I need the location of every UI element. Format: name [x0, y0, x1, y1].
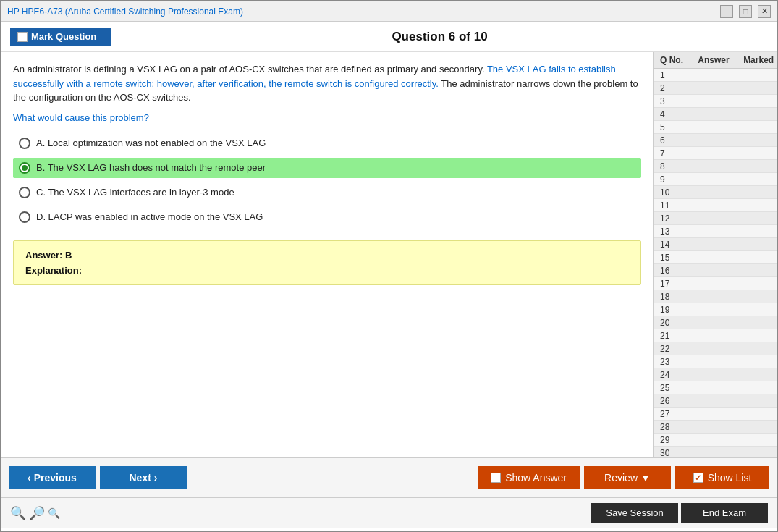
- header-row: Mark Question Question 6 of 10: [1, 22, 777, 52]
- side-row-qno: 13: [654, 227, 687, 237]
- side-row[interactable]: 4: [654, 108, 777, 121]
- show-list-button[interactable]: ✓ Show List: [675, 466, 769, 489]
- side-row[interactable]: 18: [654, 290, 777, 303]
- side-row[interactable]: 1: [654, 69, 777, 82]
- side-row-qno: 2: [654, 83, 687, 93]
- main-area: An administrator is defining a VSX LAG o…: [1, 52, 777, 457]
- side-row[interactable]: 12: [654, 212, 777, 225]
- side-row[interactable]: 3: [654, 95, 777, 108]
- side-row[interactable]: 11: [654, 199, 777, 212]
- side-row[interactable]: 22: [654, 342, 777, 355]
- side-row[interactable]: 16: [654, 264, 777, 277]
- next-button[interactable]: Next ›: [100, 466, 187, 489]
- side-row-qno: 20: [654, 318, 687, 328]
- side-row[interactable]: 23: [654, 355, 777, 368]
- side-row[interactable]: 5: [654, 121, 777, 134]
- zoom-in-button[interactable]: 🔍: [48, 507, 60, 519]
- side-row-qno: 18: [654, 292, 687, 302]
- side-row-qno: 4: [654, 109, 687, 119]
- option-c-text: C. The VSX LAG interfaces are in layer-3…: [36, 187, 234, 198]
- radio-a: [19, 138, 30, 149]
- side-row[interactable]: 15: [654, 251, 777, 264]
- option-a[interactable]: A. Local optimization was not enabled on…: [13, 133, 641, 153]
- review-button[interactable]: Review ▼: [584, 466, 671, 489]
- side-row[interactable]: 26: [654, 394, 777, 408]
- side-row[interactable]: 9: [654, 173, 777, 186]
- side-row-qno: 25: [654, 383, 687, 393]
- side-row[interactable]: 30: [654, 447, 777, 457]
- side-row[interactable]: 10: [654, 186, 777, 199]
- side-row[interactable]: 8: [654, 160, 777, 173]
- zoom-out-button[interactable]: 🔍: [10, 505, 26, 521]
- radio-b: [19, 162, 30, 174]
- side-row[interactable]: 28: [654, 421, 777, 434]
- previous-label: Previous: [34, 472, 77, 484]
- col-answer-header: Answer: [687, 55, 741, 65]
- show-list-checkbox-icon: ✓: [693, 473, 703, 483]
- answer-label: Answer: B: [25, 250, 629, 261]
- option-a-text: A. Local optimization was not enabled on…: [36, 138, 266, 148]
- side-row[interactable]: 24: [654, 368, 777, 381]
- explanation-label: Explanation:: [25, 265, 629, 276]
- review-label: Review: [604, 472, 638, 484]
- side-row[interactable]: 20: [654, 316, 777, 329]
- zoom-reset-button[interactable]: 🔎: [29, 505, 45, 521]
- show-list-label: Show List: [708, 472, 752, 484]
- side-row-qno: 17: [654, 279, 687, 289]
- show-answer-button[interactable]: Show Answer: [478, 466, 580, 489]
- side-row-qno: 26: [654, 396, 687, 406]
- window-title: HP HPE6-A73 (Aruba Certified Switching P…: [7, 7, 243, 17]
- side-row-qno: 21: [654, 331, 687, 341]
- side-row-qno: 5: [654, 122, 687, 132]
- save-session-button[interactable]: Save Session: [591, 503, 678, 523]
- side-row-qno: 1: [654, 70, 687, 80]
- option-b[interactable]: B. The VSX LAG hash does not match the r…: [13, 158, 641, 178]
- side-row-qno: 7: [654, 148, 687, 159]
- side-row-qno: 30: [654, 448, 687, 458]
- side-row[interactable]: 21: [654, 329, 777, 342]
- side-row-qno: 28: [654, 422, 687, 432]
- minimize-button[interactable]: −: [720, 5, 733, 18]
- side-row-qno: 10: [654, 187, 687, 198]
- side-row[interactable]: 14: [654, 238, 777, 251]
- side-row[interactable]: 25: [654, 381, 777, 394]
- side-row[interactable]: 17: [654, 277, 777, 290]
- zoom-controls: 🔍 🔎 🔍: [10, 505, 60, 521]
- side-row-qno: 15: [654, 253, 687, 263]
- side-row[interactable]: 7: [654, 147, 777, 160]
- option-d[interactable]: D. LACP was enabled in active mode on th…: [13, 207, 641, 227]
- mark-question-label: Mark Question: [31, 31, 96, 42]
- question-title: Question 6 of 10: [111, 30, 768, 44]
- side-row[interactable]: 6: [654, 134, 777, 147]
- side-row-qno: 12: [654, 214, 687, 224]
- show-answer-label: Show Answer: [505, 472, 567, 484]
- side-row-qno: 9: [654, 174, 687, 185]
- bottom-bottom: 🔍 🔎 🔍 Save Session End Exam: [1, 497, 777, 528]
- side-row[interactable]: 27: [654, 408, 777, 421]
- mark-checkbox-icon: [17, 32, 28, 42]
- session-end-buttons: Save Session End Exam: [591, 503, 768, 523]
- side-row-qno: 27: [654, 409, 687, 419]
- radio-c: [19, 187, 30, 198]
- side-row-qno: 8: [654, 161, 687, 172]
- side-row-qno: 6: [654, 135, 687, 145]
- side-row[interactable]: 29: [654, 434, 777, 447]
- bottom-toolbar: ‹ Previous Next › Show Answer Review ▼ ✓…: [1, 457, 777, 497]
- previous-button[interactable]: ‹ Previous: [9, 466, 96, 489]
- side-row[interactable]: 13: [654, 225, 777, 238]
- col-qno-header: Q No.: [654, 55, 687, 65]
- option-c[interactable]: C. The VSX LAG interfaces are in layer-3…: [13, 182, 641, 203]
- side-row-qno: 11: [654, 200, 687, 211]
- next-label: Next: [129, 472, 151, 484]
- side-row-qno: 14: [654, 240, 687, 250]
- side-row[interactable]: 2: [654, 82, 777, 95]
- prev-chevron-icon: ‹: [28, 472, 31, 484]
- close-button[interactable]: ✕: [758, 5, 771, 18]
- maximize-button[interactable]: □: [739, 5, 752, 18]
- side-row-qno: 29: [654, 435, 687, 445]
- end-exam-button[interactable]: End Exam: [681, 503, 768, 523]
- mark-question-button[interactable]: Mark Question: [10, 28, 111, 46]
- col-marked-header: Marked: [740, 55, 777, 65]
- side-panel-header: Q No. Answer Marked: [654, 52, 777, 69]
- side-row[interactable]: 19: [654, 303, 777, 316]
